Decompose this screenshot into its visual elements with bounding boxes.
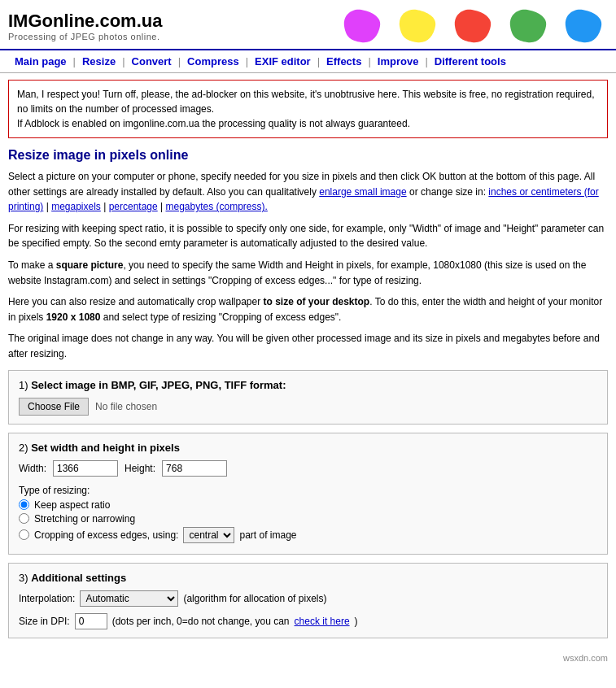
ad-text-line1: Man, I respect you! Turn off, please, th…	[17, 89, 595, 115]
enlarge-small-image-link[interactable]: enlarge small image	[319, 186, 406, 198]
section-3-title: 3) Additional settings	[19, 572, 597, 584]
yellow-blob	[391, 7, 442, 46]
interpolation-row: Interpolation: Automatic Lanczos Bilinea…	[19, 590, 597, 607]
height-label: Height:	[125, 463, 155, 474]
type-of-resizing-label: Type of resizing:	[19, 485, 597, 496]
file-input-row: Choose File No file chosen	[19, 398, 597, 416]
dpi-label: Size in DPI:	[19, 616, 70, 627]
nav-bar: Main page | Resize | Convert | Compress …	[0, 49, 616, 73]
nav-item-different-tools[interactable]: Different tools	[428, 55, 513, 67]
section-2-title-text: Set width and height in pixels	[31, 442, 180, 454]
dpi-suffix: (dots per inch, 0=do not change, you can	[112, 616, 290, 627]
choose-file-button[interactable]: Choose File	[19, 398, 89, 416]
nav-item-compress[interactable]: Compress	[181, 55, 246, 67]
radio-stretch-input[interactable]	[19, 513, 29, 524]
footer: wsxdn.com	[0, 650, 616, 666]
radio-stretch: Stretching or narrowing	[19, 513, 597, 525]
width-label: Width:	[19, 463, 46, 474]
check-dpi-link[interactable]: check it here	[295, 616, 350, 627]
section-1-number: 1)	[19, 379, 28, 391]
nav-item-effects[interactable]: Effects	[320, 55, 368, 67]
desc-1: Select a picture on your computer or pho…	[8, 169, 608, 215]
header: IMGonline.com.ua Processing of JPEG phot…	[0, 0, 616, 49]
logo-subtitle: Processing of JPEG photos online.	[8, 32, 162, 41]
radio-keep-aspect: Keep aspect ratio	[19, 499, 597, 511]
logo-area: IMGonline.com.ua Processing of JPEG phot…	[8, 11, 162, 41]
desc-5: The original image does not change in an…	[8, 331, 608, 361]
desc-1-mid: or change size in:	[409, 186, 488, 198]
ad-text-line2: If Adblock is enabled on imgonline.com.u…	[17, 118, 410, 129]
blue-blob	[557, 7, 608, 46]
file-chosen-label: No file chosen	[95, 401, 157, 412]
radio-crop-input[interactable]	[19, 529, 29, 540]
desc-3-bold: square picture	[56, 259, 124, 271]
nav-item-exif-editor[interactable]: EXIF editor	[248, 55, 317, 67]
height-input[interactable]	[162, 460, 227, 477]
ad-notice: Man, I respect you! Turn off, please, th…	[8, 80, 608, 138]
section-2-title: 2) Set width and height in pixels	[19, 442, 597, 454]
nav-item-main-page[interactable]: Main page	[8, 55, 73, 67]
watermark: wsxdn.com	[563, 653, 608, 663]
section-3-title-text: Additional settings	[31, 572, 126, 584]
desc-4: Here you can also resize and automatical…	[8, 294, 608, 324]
dpi-input[interactable]	[75, 613, 107, 629]
desc-4-end: and select type of resizing "Cropping of…	[100, 311, 341, 323]
section-1-title-text: Select image in BMP, GIF, JPEG, PNG, TIF…	[31, 379, 286, 391]
percentage-link[interactable]: percentage	[109, 201, 158, 212]
megapixels-link[interactable]: megapixels	[51, 201, 101, 212]
interpolation-label: Interpolation:	[19, 593, 75, 604]
section-1-box: 1) Select image in BMP, GIF, JPEG, PNG, …	[8, 370, 608, 425]
section-2-box: 2) Set width and height in pixels Width:…	[8, 433, 608, 555]
blobs-row	[336, 7, 608, 46]
radio-crop: Cropping of excess edges, using: central…	[19, 527, 597, 543]
crop-suffix: part of image	[239, 529, 296, 541]
dpi-end: )	[355, 616, 358, 627]
interpolation-select[interactable]: Automatic Lanczos Bilinear Bicubic Neare…	[80, 590, 178, 607]
section-2-number: 2)	[19, 442, 28, 454]
main-content: Resize image in pixels online Select a p…	[0, 145, 616, 650]
logo-title: IMGonline.com.ua	[8, 11, 162, 32]
desc-2: For resizing with keeping spect ratio, i…	[8, 221, 608, 251]
radio-crop-label: Cropping of excess edges, using:	[34, 529, 178, 541]
radio-stretch-label: Stretching or narrowing	[34, 513, 135, 525]
radio-keep-aspect-input[interactable]	[19, 499, 29, 510]
section-3-number: 3)	[19, 572, 28, 584]
megabytes-link[interactable]: megabytes (compress).	[166, 201, 268, 212]
green-blob	[502, 7, 553, 46]
interpolation-suffix: (algorithm for allocation of pixels)	[183, 593, 326, 604]
red-blob	[447, 7, 497, 46]
nav-item-resize[interactable]: Resize	[76, 55, 122, 67]
crop-position-select[interactable]: central top bottom left right	[183, 527, 234, 543]
radio-keep-aspect-label: Keep aspect ratio	[34, 499, 110, 511]
desc-4-bold: to size of your desktop	[264, 296, 370, 307]
width-input[interactable]	[53, 460, 118, 477]
desc-4-bold2: 1920 x 1080	[46, 311, 101, 323]
desc-3-pre: To make a	[8, 259, 56, 271]
purple-blob	[336, 7, 387, 46]
section-3-box: 3) Additional settings Interpolation: Au…	[8, 563, 608, 638]
dpi-row: Size in DPI: (dots per inch, 0=do not ch…	[19, 613, 597, 629]
desc-3: To make a square picture, you need to sp…	[8, 258, 608, 288]
nav-item-improve[interactable]: Improve	[371, 55, 426, 67]
section-1-title: 1) Select image in BMP, GIF, JPEG, PNG, …	[19, 379, 597, 391]
desc-4-pre: Here you can also resize and automatical…	[8, 296, 264, 307]
nav-item-convert[interactable]: Convert	[125, 55, 178, 67]
page-title: Resize image in pixels online	[8, 148, 608, 163]
width-height-row: Width: Height:	[19, 460, 597, 477]
